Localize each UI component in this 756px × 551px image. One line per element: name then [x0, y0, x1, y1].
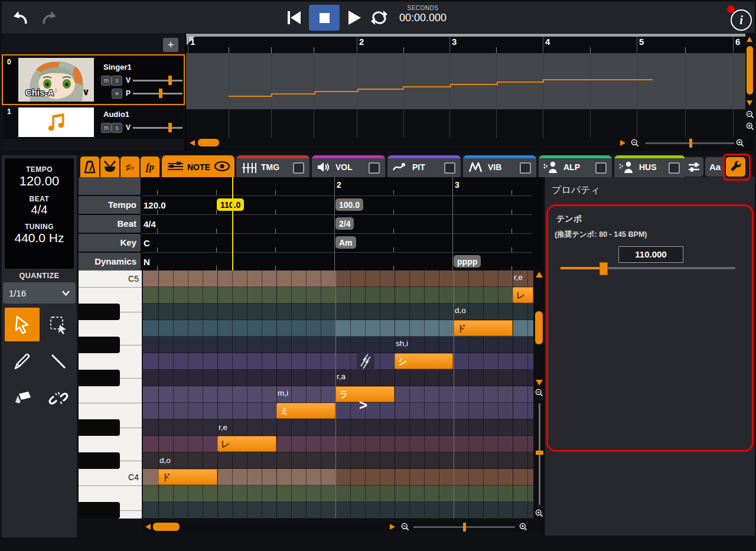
info-button[interactable]: i: [731, 9, 752, 31]
scroll-right-icon[interactable]: [620, 140, 625, 146]
tab-hus-checkbox[interactable]: [669, 162, 680, 174]
arrange-lane-audio1[interactable]: [186, 109, 745, 138]
scroll-up-icon[interactable]: [536, 272, 543, 278]
loop-button[interactable]: [369, 9, 389, 27]
arrange-marker-bar[interactable]: [186, 34, 745, 37]
tab-tmg[interactable]: TMG: [236, 155, 309, 177]
tab-vol[interactable]: VOL: [312, 155, 385, 177]
black-key-asharp3[interactable]: [79, 502, 120, 519]
pan-slider-handle[interactable]: [159, 89, 162, 98]
scroll-up-icon[interactable]: [747, 37, 752, 42]
note-e4[interactable]: ミ: [276, 403, 335, 419]
scroll-down-icon[interactable]: [747, 100, 752, 106]
lyric-display-button[interactable]: Aa: [705, 157, 725, 177]
tab-alp[interactable]: ALP: [539, 155, 612, 177]
pan-slider[interactable]: [133, 89, 183, 98]
scroll-left-icon[interactable]: [190, 140, 195, 146]
solo-button[interactable]: s: [112, 123, 122, 133]
tab-pit-checkbox[interactable]: [444, 162, 455, 174]
tab-pit[interactable]: PIT: [387, 155, 461, 177]
play-button[interactable]: [344, 9, 364, 27]
accidentals-button[interactable]: ♯♭: [120, 157, 139, 177]
volume-slider[interactable]: [133, 123, 183, 132]
tempo-event-selected[interactable]: 110.0: [217, 198, 244, 211]
dynamics-initial[interactable]: N: [144, 257, 150, 267]
volume-slider-handle[interactable]: [168, 76, 172, 85]
accent-mark[interactable]: >: [359, 397, 367, 413]
tempo-event[interactable]: 100.0: [335, 198, 363, 211]
metronome-button[interactable]: [80, 157, 99, 177]
tab-hus[interactable]: HUS: [614, 155, 685, 177]
volume-slider-handle[interactable]: [168, 123, 172, 132]
add-track-button[interactable]: +: [163, 38, 178, 52]
black-key-dsharp4[interactable]: [79, 419, 120, 436]
note-g4[interactable]: シ: [395, 353, 453, 369]
tool-cursor[interactable]: [5, 308, 40, 341]
key-initial[interactable]: C: [144, 238, 150, 248]
properties-wrench-button[interactable]: [726, 157, 745, 177]
tab-tmg-checkbox[interactable]: [293, 162, 304, 174]
mute-button[interactable]: m: [101, 76, 112, 86]
volume-slider[interactable]: [133, 76, 183, 85]
tab-alp-checkbox[interactable]: [595, 162, 607, 174]
scroll-left-icon[interactable]: [145, 524, 151, 530]
voice-select-chevron-icon[interactable]: ∨: [82, 86, 90, 97]
tempo-value-input[interactable]: 110.000: [618, 246, 683, 263]
black-key-fsharp4[interactable]: [79, 370, 120, 386]
note-d4[interactable]: レ: [217, 436, 276, 452]
note-b4[interactable]: レ: [513, 287, 533, 303]
track-row-singer1[interactable]: 0 Chis-A ∨: [2, 54, 185, 105]
drum-button[interactable]: [100, 157, 119, 177]
audio-thumbnail[interactable]: [18, 107, 94, 137]
arrange-zoom-slider-handle[interactable]: [689, 139, 692, 148]
pianoroll-zoom-slider-handle[interactable]: [463, 523, 466, 532]
tool-eraser[interactable]: [5, 382, 40, 415]
tool-line[interactable]: [41, 344, 76, 378]
beat-initial[interactable]: 4/4: [144, 219, 156, 229]
redo-button[interactable]: [38, 8, 60, 28]
zoom-in-vertical-button[interactable]: [535, 508, 544, 518]
stop-button[interactable]: [309, 5, 340, 31]
zoom-in-horizontal-button[interactable]: [519, 522, 528, 532]
eye-icon[interactable]: [214, 161, 230, 171]
playhead-cursor[interactable]: [232, 177, 233, 270]
tempo-slider-handle[interactable]: [599, 262, 608, 275]
black-key-csharp4[interactable]: [79, 452, 120, 469]
tab-note[interactable]: NOTE: [162, 155, 234, 177]
key-event[interactable]: Am: [335, 236, 356, 249]
arrange-hscroll-handle[interactable]: [198, 139, 219, 146]
scroll-right-icon[interactable]: [390, 524, 395, 530]
tab-vib[interactable]: VIB: [463, 155, 536, 177]
undo-button[interactable]: [10, 8, 31, 28]
tool-rect-select[interactable]: [41, 308, 76, 341]
tab-vib-checkbox[interactable]: [520, 162, 531, 174]
note-c4[interactable]: ド: [158, 469, 217, 485]
note-a4[interactable]: ド: [454, 320, 513, 336]
piano-roll-grid[interactable]: ド レ ミ ラ シ ド レ d,o r,e m,i r,a sh,i d,o r…: [143, 270, 533, 519]
zoom-out-horizontal-button[interactable]: [400, 522, 410, 532]
tempo-initial[interactable]: 120.0: [144, 200, 166, 210]
arrange-vscroll-handle[interactable]: [747, 46, 753, 94]
pianoroll-hscroll-handle[interactable]: [153, 523, 180, 531]
piano-keyboard[interactable]: C5 C4: [79, 270, 143, 519]
dynamics-event[interactable]: pppp: [454, 255, 481, 268]
quantize-dropdown[interactable]: 1/16: [3, 282, 76, 304]
zoom-in-horizontal-button[interactable]: [735, 138, 745, 148]
tool-unlink[interactable]: [41, 382, 76, 415]
zoom-in-vertical-button[interactable]: [745, 122, 755, 131]
pianoroll-vscroll-handle[interactable]: [535, 311, 543, 344]
tool-pencil[interactable]: [5, 344, 40, 378]
dynamics-button[interactable]: fp: [141, 157, 159, 177]
scroll-down-icon[interactable]: [536, 380, 543, 386]
rewind-button[interactable]: [284, 9, 304, 27]
black-key-gsharp4[interactable]: [79, 337, 120, 353]
song-info-box[interactable]: TEMPO 120.00 BEAT 4/4 TUNING 440.0 Hz: [5, 158, 74, 269]
ornament-attack-badge[interactable]: [357, 352, 374, 371]
track-row-audio1[interactable]: 1 Audio1 m s V: [3, 105, 184, 139]
star-button[interactable]: ✳: [112, 89, 122, 99]
solo-button[interactable]: s: [112, 76, 122, 86]
parameter-settings-button[interactable]: [684, 157, 703, 177]
voice-avatar[interactable]: Chis-A ∨: [18, 58, 94, 102]
beat-event[interactable]: 2/4: [335, 217, 354, 230]
tab-vol-checkbox[interactable]: [369, 162, 380, 174]
